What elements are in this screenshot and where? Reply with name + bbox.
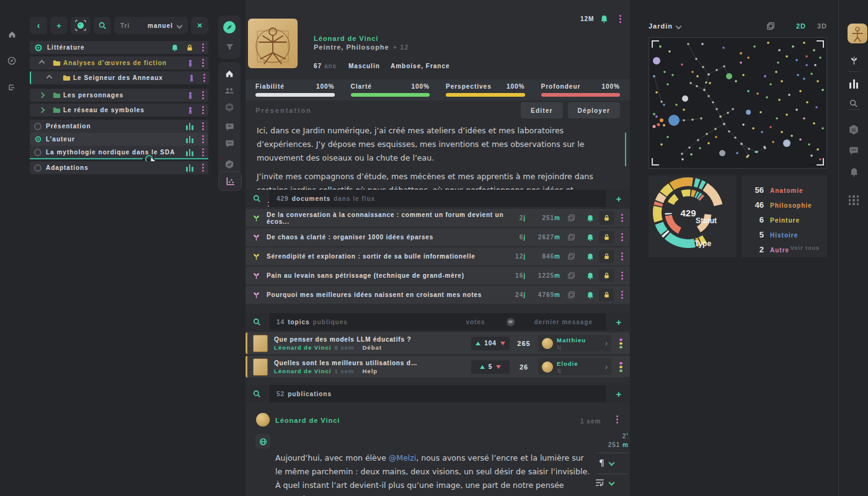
add-document-button[interactable]: + — [608, 190, 630, 207]
paragraph-mode-control[interactable]: ¶ — [599, 458, 614, 467]
bell-icon[interactable] — [582, 272, 599, 280]
see-all-link[interactable]: Voir tous — [790, 245, 820, 251]
topics-count-field[interactable]: 14 topics publiques votes dernier messag… — [269, 313, 606, 330]
tree-root-litterature[interactable]: Littérature — [30, 41, 208, 54]
kebab-menu-icon[interactable] — [198, 74, 210, 82]
home-icon[interactable] — [0, 25, 24, 43]
document-row[interactable]: De la conversation à la connaissance : c… — [246, 209, 630, 227]
kebab-menu-icon[interactable] — [197, 122, 208, 130]
document-row[interactable]: De chaos à clarté : organiser 1000 idées… — [246, 228, 630, 246]
roles-more[interactable]: + 12 — [393, 43, 409, 51]
edit-button[interactable]: Editer — [521, 102, 563, 118]
last-message-box[interactable]: Elodie 3j › — [538, 358, 611, 375]
bell-icon[interactable] — [582, 253, 599, 260]
duplicate-icon[interactable] — [560, 252, 582, 260]
kebab-menu-icon[interactable] — [197, 43, 208, 51]
topic-status-stack-icon[interactable] — [611, 339, 630, 348]
collapse-panel-button[interactable]: ‹ — [30, 17, 47, 34]
user-avatar[interactable] — [848, 24, 867, 43]
layers-icon[interactable] — [766, 22, 775, 30]
equalizer-icon[interactable] — [839, 74, 868, 93]
tree-folder-seigneur[interactable]: Le Seigneur des Anneaux — [30, 71, 210, 84]
people-icon[interactable] — [224, 82, 234, 99]
apps-grid-icon[interactable] — [839, 191, 868, 210]
kebab-menu-icon[interactable] — [197, 148, 208, 156]
lock-button[interactable] — [599, 288, 614, 301]
topic-tag[interactable]: Débat — [362, 344, 381, 351]
deploy-button[interactable]: Déployer — [568, 102, 620, 118]
post-author[interactable]: Léonard de Vinci — [275, 417, 340, 424]
bell-icon[interactable] — [582, 215, 599, 222]
kebab-menu-icon[interactable] — [197, 135, 208, 143]
bell-icon[interactable] — [600, 15, 608, 23]
tree-view-icon[interactable] — [0, 78, 24, 97]
sort-select[interactable]: Tri manuel — [114, 17, 188, 34]
topic-tag[interactable]: Help — [362, 368, 378, 374]
bell-icon[interactable] — [582, 234, 599, 241]
tree-folder-personnages[interactable]: Les personnages — [30, 89, 208, 102]
document-row[interactable]: Sérendipité et exploration : sortir de s… — [246, 247, 630, 265]
topic-row[interactable]: Quelles sont les meilleurs utilisations … — [246, 356, 630, 378]
tree-doc-presentation[interactable]: Présentation — [30, 120, 208, 133]
downvote-icon[interactable] — [500, 342, 505, 345]
search-icon[interactable] — [839, 94, 868, 113]
duplicate-icon[interactable] — [560, 291, 582, 299]
compass-icon[interactable] — [0, 51, 24, 70]
lock-button[interactable] — [599, 231, 614, 244]
kebab-menu-icon[interactable] — [197, 164, 208, 172]
wrap-mode-control[interactable] — [595, 479, 614, 487]
search-button[interactable] — [94, 17, 111, 34]
topic-author[interactable]: Léonard de Vinci — [274, 344, 331, 351]
close-panel-button[interactable]: ✕ — [191, 17, 208, 34]
search-button[interactable] — [246, 190, 268, 207]
mode-3d-button[interactable]: 3D — [817, 22, 827, 30]
check-hexagon-icon[interactable] — [224, 156, 234, 172]
kebab-menu-icon[interactable] — [614, 252, 630, 260]
kebab-menu-icon[interactable] — [614, 233, 630, 241]
kebab-menu-icon[interactable] — [614, 15, 626, 23]
visibility-button[interactable] — [255, 434, 270, 449]
tree-folder-reseau[interactable]: Le réseau de symboles — [30, 104, 208, 117]
legend-row[interactable]: 46Philosophie — [748, 200, 820, 210]
add-publication-button[interactable]: + — [608, 385, 630, 402]
document-row[interactable]: Pain au levain sans pétrissage (techniqu… — [246, 267, 630, 285]
kebab-menu-icon[interactable] — [197, 91, 208, 99]
lock-button[interactable] — [599, 250, 614, 263]
chevron-right-icon[interactable] — [30, 93, 50, 97]
mode-2d-button[interactable]: 2D — [796, 22, 806, 30]
bell-icon[interactable] — [582, 291, 599, 299]
topic-status-stack-icon[interactable] — [611, 362, 630, 372]
profile-picture[interactable] — [248, 19, 298, 68]
tree-doc-mythologie[interactable]: La mythologie nordique dans le SDA — [30, 146, 208, 159]
search-button[interactable] — [246, 385, 268, 402]
duplicate-icon[interactable] — [560, 272, 582, 280]
lock-button[interactable] — [599, 211, 614, 224]
kebab-menu-icon[interactable] — [614, 272, 630, 280]
chevron-up-icon[interactable] — [31, 76, 60, 80]
bell-icon[interactable] — [167, 44, 182, 51]
garden-graph[interactable] — [649, 37, 827, 169]
scrollbar-thumb[interactable] — [625, 133, 626, 166]
duplicate-icon[interactable] — [560, 214, 582, 222]
scatter-chart-icon[interactable] — [226, 172, 235, 190]
legend-row[interactable]: 5Histoire — [748, 230, 820, 239]
kebab-menu-icon[interactable] — [614, 214, 630, 222]
focus-garden-button[interactable] — [71, 17, 91, 34]
publications-count-field[interactable]: 52 publications — [269, 385, 606, 402]
lock-button[interactable] — [599, 269, 614, 282]
bell-icon[interactable] — [839, 162, 868, 181]
kebab-menu-icon[interactable] — [197, 106, 208, 114]
tree-folder-analyses[interactable]: Analyses d’œuvres de fiction — [30, 56, 208, 69]
document-row[interactable]: Pourquoi mes meilleures idées naissent e… — [246, 286, 630, 304]
topic-row[interactable]: Que penser des models LLM éducatifs ? Lé… — [246, 332, 630, 354]
duplicate-icon[interactable] — [560, 233, 582, 241]
mention-link[interactable]: @Melzi — [389, 453, 416, 463]
upvote-icon[interactable] — [476, 342, 480, 345]
home-icon[interactable] — [225, 66, 234, 82]
garden-select[interactable]: Jardin — [649, 22, 681, 30]
documents-count-field[interactable]: 429 documents dans le flux — [269, 190, 606, 207]
add-topic-button[interactable]: + — [608, 313, 630, 330]
filter-icon[interactable] — [226, 38, 234, 56]
last-message-box[interactable]: Matthieu 1j › — [538, 335, 611, 352]
topic-author[interactable]: Léonard de Vinci — [274, 368, 331, 374]
